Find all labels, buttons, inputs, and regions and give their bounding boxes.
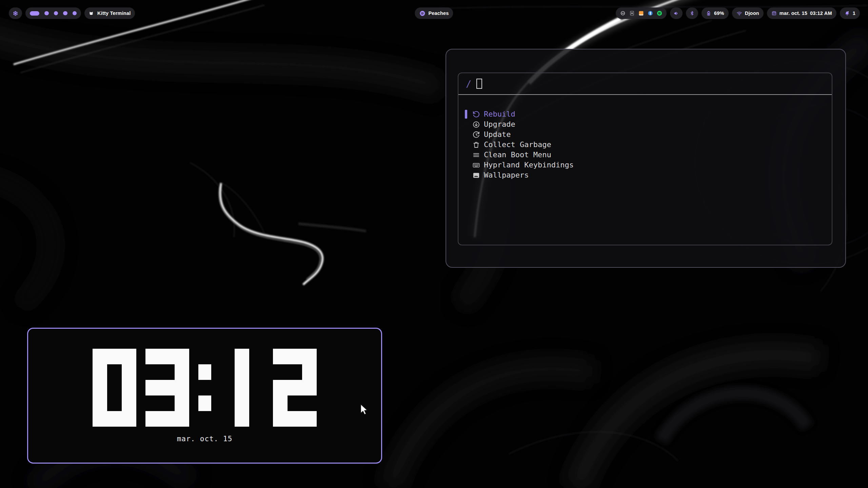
selection-indicator xyxy=(465,171,467,180)
menu-item-label: Hyprland Keybindings xyxy=(484,160,574,170)
menu-item-wallpapers[interactable]: Wallpapers xyxy=(465,170,832,180)
keyboard-icon xyxy=(472,161,480,169)
text-cursor xyxy=(476,79,482,89)
top-bar-left: Kitty Terminal xyxy=(9,7,135,19)
orange-app-tray-icon[interactable] xyxy=(638,10,644,16)
menu-item-label: Collect Garbage xyxy=(484,140,551,150)
list-icon xyxy=(472,151,480,159)
calendar-icon xyxy=(771,11,777,16)
media-pill[interactable]: Peaches xyxy=(415,7,453,19)
workspace-dot[interactable] xyxy=(54,11,58,16)
bluetooth-icon xyxy=(689,11,695,16)
clock-digit xyxy=(145,349,190,427)
menu-item-rebuild[interactable]: Rebuild xyxy=(465,109,832,119)
menu-item-label: Clean Boot Menu xyxy=(484,150,551,160)
workspace-active-pill[interactable] xyxy=(30,11,39,16)
spotify-green-tray-icon[interactable] xyxy=(656,10,663,16)
bell-icon xyxy=(844,11,850,16)
cat-icon xyxy=(89,11,95,16)
clock-colon xyxy=(198,349,211,427)
menu-item-label: Upgrade xyxy=(484,119,515,129)
clock-date: mar. oct. 15 xyxy=(177,435,233,443)
image-icon xyxy=(472,171,480,179)
workspaces[interactable] xyxy=(25,7,81,19)
menu-item-clean-boot-menu[interactable]: Clean Boot Menu xyxy=(465,150,832,160)
menu-item-update[interactable]: Update xyxy=(465,129,832,140)
mouse-cursor xyxy=(360,404,372,416)
launcher-inner-box: / Rebuild Upgrade xyxy=(458,73,832,245)
speaker-icon xyxy=(673,11,679,16)
rotate-ccw-icon xyxy=(472,110,480,118)
system-tray xyxy=(616,7,667,19)
datetime-pill[interactable]: mar. oct. 15 03:12 AM xyxy=(767,7,836,19)
search-prompt: / xyxy=(466,79,471,89)
launcher-search[interactable]: / xyxy=(458,73,832,95)
menu-item-hyprland-keybindings[interactable]: Hyprland Keybindings xyxy=(465,160,832,170)
selection-indicator xyxy=(465,110,467,119)
network-pill[interactable]: Djoon xyxy=(732,7,764,19)
launcher-menu-list: Rebuild Upgrade Update xyxy=(458,95,832,180)
top-bar-center: Peaches xyxy=(415,7,453,19)
selection-indicator xyxy=(465,130,467,139)
wifi-icon xyxy=(736,11,742,16)
volume-pill[interactable] xyxy=(670,7,683,19)
selection-indicator xyxy=(465,161,467,169)
launcher-panel: / Rebuild Upgrade xyxy=(446,49,846,268)
spotify-icon xyxy=(419,10,426,17)
network-label: Djoon xyxy=(745,11,759,16)
menu-item-label: Rebuild xyxy=(484,109,515,119)
clock-digit xyxy=(273,349,317,427)
selection-indicator xyxy=(465,150,467,159)
desktop: Kitty Terminal Peaches xyxy=(0,0,868,488)
notification-count: 1 xyxy=(853,11,855,16)
nix-snowflake-icon xyxy=(12,10,19,17)
workspace-dot[interactable] xyxy=(63,11,67,16)
workspace-dot[interactable] xyxy=(44,11,49,16)
menu-item-label: Update xyxy=(484,129,511,140)
selection-indicator xyxy=(465,120,467,129)
clock-widget: mar. oct. 15 xyxy=(27,328,382,464)
selection-indicator xyxy=(465,140,467,149)
menu-item-upgrade[interactable]: Upgrade xyxy=(465,119,832,129)
bluetooth-pill[interactable] xyxy=(686,7,698,19)
workspace-dot[interactable] xyxy=(73,11,77,16)
bluetooth-badge-tray-icon[interactable] xyxy=(647,10,653,16)
trash-icon xyxy=(472,141,480,149)
active-window-pill[interactable]: Kitty Terminal xyxy=(84,7,135,19)
wheel-tray-icon[interactable] xyxy=(620,10,626,16)
battery-icon xyxy=(706,11,711,16)
top-bar: Kitty Terminal Peaches xyxy=(0,7,868,19)
time-label: 03:12 AM xyxy=(810,11,832,16)
active-window-label: Kitty Terminal xyxy=(97,11,131,16)
clock-digit xyxy=(93,349,137,427)
top-bar-right: 69% Djoon mar. oct. 15 xyxy=(616,7,860,19)
square-app-tray-icon[interactable] xyxy=(629,10,635,16)
os-menu-button[interactable] xyxy=(9,7,22,19)
menu-item-label: Wallpapers xyxy=(484,170,529,180)
media-label: Peaches xyxy=(428,11,449,16)
clock-refresh-icon xyxy=(472,131,480,139)
notifications-pill[interactable]: 1 xyxy=(840,7,860,19)
battery-pill[interactable]: 69% xyxy=(702,7,729,19)
clock-digit xyxy=(220,349,264,427)
date-label: mar. oct. 15 xyxy=(780,11,807,16)
battery-label: 69% xyxy=(714,11,724,16)
clock-time xyxy=(93,349,317,427)
arrow-down-circle-icon xyxy=(472,121,480,128)
menu-item-collect-garbage[interactable]: Collect Garbage xyxy=(465,140,832,150)
